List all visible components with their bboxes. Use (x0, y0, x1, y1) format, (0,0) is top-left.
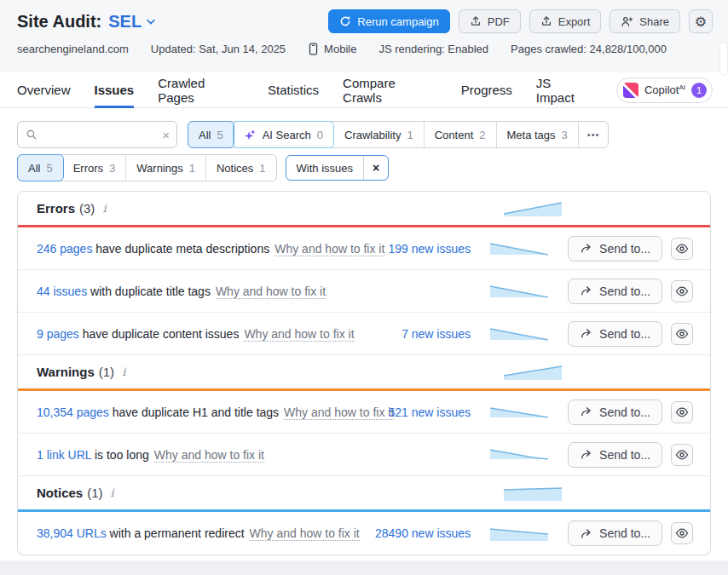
issue-count-link[interactable]: 1 link URL (37, 448, 91, 462)
issue-count-link[interactable]: 38,904 URLs (37, 526, 107, 540)
rerun-campaign-label: Rerun campaign (357, 15, 438, 28)
info-icon[interactable]: i (111, 486, 114, 499)
with-issues-label: With issues (286, 162, 363, 175)
issue-description: 1 link URL is too longWhy and how to fix… (37, 448, 343, 462)
project-dropdown[interactable]: SEL (108, 12, 155, 32)
issue-count-link[interactable]: 9 pages (37, 327, 79, 341)
category-filter-ai-search[interactable]: AI Search0 (233, 121, 334, 148)
trend-sparkline (504, 364, 562, 381)
filters-panel: × All5 AI Search0 Crawlability1 Content2… (0, 108, 728, 181)
issue-count-link[interactable]: 10,354 pages (37, 405, 109, 419)
issue-search[interactable]: × (17, 121, 177, 148)
tab-js-impact[interactable]: JS Impact (536, 72, 592, 108)
send-to-button[interactable]: Send to... (568, 321, 662, 347)
severity-filter-warnings[interactable]: Warnings1 (126, 155, 206, 181)
gear-icon: ⚙ (695, 14, 707, 30)
severity-filter-all[interactable]: All5 (17, 154, 64, 181)
send-to-button[interactable]: Send to... (568, 520, 662, 546)
hide-issue-button[interactable] (671, 323, 693, 345)
trend-sparkline (504, 485, 562, 502)
pages-crawled: Pages crawled: 24,828/100,000 (511, 43, 667, 55)
trend-sparkline (490, 283, 548, 300)
tab-compare-crawls[interactable]: Compare Crawls (343, 72, 437, 108)
category-filter-crawlability[interactable]: Crawlability1 (334, 122, 425, 147)
why-how-to-fix-link[interactable]: Why and how to fix it (216, 285, 326, 299)
export-button[interactable]: Export (529, 9, 602, 33)
send-to-button[interactable]: Send to... (568, 442, 662, 468)
issue-description: 44 issues with duplicate title tagsWhy a… (37, 285, 343, 298)
settings-button[interactable]: ⚙ (689, 9, 713, 33)
mobile-icon (308, 43, 319, 55)
tab-crawled-pages[interactable]: Crawled Pages (158, 72, 244, 108)
add-user-icon (621, 15, 633, 28)
category-filter-meta-tags[interactable]: Meta tags3 (497, 122, 579, 147)
rerun-campaign-button[interactable]: Rerun campaign (328, 9, 449, 33)
forward-arrow-icon (580, 242, 592, 255)
send-to-button[interactable]: Send to... (568, 400, 662, 425)
search-icon (26, 129, 38, 141)
severity-filter-notices[interactable]: Notices1 (206, 155, 276, 181)
issue-count-link[interactable]: 44 issues (37, 285, 87, 298)
why-how-to-fix-link[interactable]: Why and how to fix it (154, 448, 264, 463)
eye-icon (675, 327, 689, 341)
forward-arrow-icon (580, 285, 592, 297)
hide-issue-button[interactable] (671, 280, 693, 302)
search-input[interactable] (41, 129, 159, 141)
hide-issue-button[interactable] (671, 444, 693, 466)
category-filter-all[interactable]: All5 (188, 121, 234, 148)
site-audit-page: Site Audit: SEL Rerun campaign PDF Expor… (0, 0, 728, 575)
notices-section-title: Notices (37, 486, 83, 500)
issue-description: 246 pages have duplicate meta descriptio… (37, 242, 343, 256)
warnings-section-count: (1) (99, 365, 114, 379)
why-how-to-fix-link[interactable]: Why and how to fix it (244, 327, 354, 342)
tab-progress[interactable]: Progress (461, 72, 512, 108)
warnings-section-title: Warnings (37, 365, 95, 379)
category-filter-content[interactable]: Content2 (425, 122, 497, 147)
new-issues-link[interactable]: 521 new issues (343, 405, 471, 419)
copilot-button[interactable]: CopilotAI 1 (616, 78, 713, 103)
issue-row: 38,904 URLs with a permanent redirectWhy… (18, 512, 710, 555)
issue-count-link[interactable]: 246 pages (37, 242, 92, 256)
hide-issue-button[interactable] (671, 522, 693, 544)
new-issues-link[interactable]: 7 new issues (343, 327, 471, 341)
remove-filter-icon[interactable]: × (363, 156, 388, 180)
device-type: Mobile (308, 43, 356, 55)
trend-sparkline (490, 404, 548, 421)
send-to-button[interactable]: Send to... (568, 236, 662, 262)
device-label: Mobile (324, 43, 356, 55)
warnings-section-header: Warnings (1) i (18, 355, 710, 391)
tab-statistics[interactable]: Statistics (268, 72, 319, 108)
new-issues-link[interactable]: 28490 new issues (343, 526, 471, 540)
more-filters-button[interactable]: ••• (579, 122, 609, 147)
pdf-button[interactable]: PDF (459, 9, 521, 33)
tab-issues[interactable]: Issues (95, 72, 135, 108)
new-issues-link[interactable]: 199 new issues (343, 242, 471, 256)
trend-sparkline (490, 525, 548, 542)
eye-icon (675, 405, 689, 419)
trend-sparkline (490, 325, 548, 342)
top-bar: Site Audit: SEL Rerun campaign PDF Expor… (0, 0, 728, 72)
hide-issue-button[interactable] (671, 401, 693, 423)
project-name: SEL (108, 12, 142, 32)
clear-search-icon[interactable]: × (162, 129, 170, 141)
pdf-label: PDF (488, 15, 510, 28)
issue-description: 38,904 URLs with a permanent redirectWhy… (37, 526, 343, 540)
info-icon[interactable]: i (102, 202, 106, 215)
send-to-label: Send to... (599, 327, 650, 341)
send-to-label: Send to... (599, 285, 650, 298)
copilot-count-badge: 1 (691, 83, 707, 98)
info-icon[interactable]: i (122, 365, 125, 378)
share-button[interactable]: Share (610, 9, 680, 33)
hide-issue-button[interactable] (671, 238, 693, 260)
upload-icon (470, 15, 482, 27)
forward-arrow-icon (580, 527, 592, 540)
project-domain: searchengineland.com (17, 43, 129, 55)
severity-filter-errors[interactable]: Errors3 (63, 155, 127, 181)
scrollbar-thumb[interactable] (720, 43, 727, 75)
forward-arrow-icon (580, 405, 592, 418)
send-to-button[interactable]: Send to... (568, 279, 662, 304)
eye-icon (675, 285, 689, 298)
tab-overview[interactable]: Overview (17, 72, 71, 108)
notices-section-header: Notices (1) i (18, 476, 710, 512)
errors-section-header: Errors (3) i (18, 192, 710, 227)
